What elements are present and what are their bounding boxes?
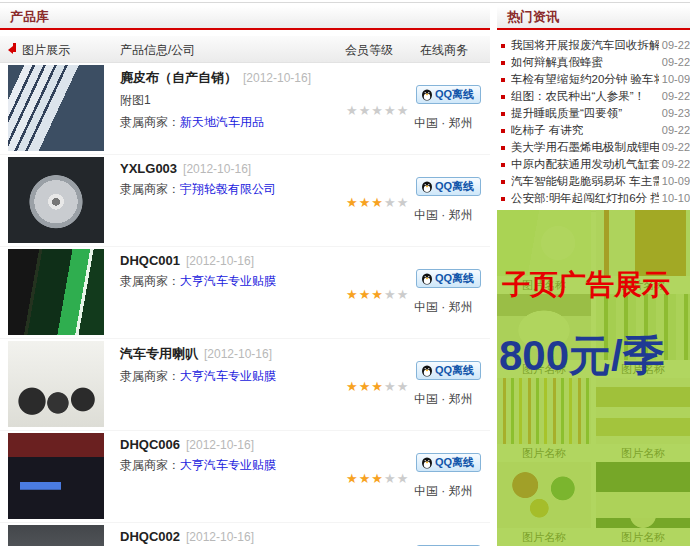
product-photo[interactable] <box>8 433 104 519</box>
qq-contact-button[interactable]: QQ离线 <box>416 177 481 196</box>
column-online-business: 在线商务 <box>420 42 468 59</box>
news-date: 09-22 <box>659 54 690 71</box>
merchant-label: 隶属商家： <box>120 182 180 196</box>
merchant-label: 隶属商家： <box>120 369 180 383</box>
list-item: 吃柿子 有讲究09-22 <box>497 122 690 139</box>
qq-contact-button[interactable]: QQ离线 <box>416 361 481 380</box>
bullet-icon <box>501 129 505 133</box>
product-attachment: 附图1 <box>120 92 340 109</box>
member-level-stars: ★★★★★ <box>346 287 409 302</box>
news-link[interactable]: 提升睡眠质量“四要领” <box>511 105 659 122</box>
product-date: [2012-10-16] <box>186 254 254 268</box>
ad-slogan: 子页广告展示 <box>502 266 670 304</box>
news-link[interactable]: 汽车智能钥匙脆弱易坏 车主需 <box>511 173 659 190</box>
product-info: YXLG003[2012-10-16] 隶属商家：宇翔轮毂有限公司 <box>120 161 340 198</box>
product-title[interactable]: DHQC006 <box>120 437 180 452</box>
ad-zone: 图片名称 图片名称 图片名称 图片名称 图片名称 图片名称 图片名称 图片名称 … <box>497 210 690 546</box>
news-link[interactable]: 组图：农民种出“人参果”！ <box>511 88 659 105</box>
news-date: 10-09 <box>659 71 690 88</box>
table-row: DHQC001[2012-10-16] 隶属商家：大亨汽车专业贴膜 ★★★★★ … <box>0 247 490 339</box>
list-item: 美大学用石墨烯电极制成锂电09-22 <box>497 139 690 156</box>
bullet-icon <box>501 95 505 99</box>
list-item: 提升睡眠质量“四要领”09-23 <box>497 105 690 122</box>
hot-news-title: 热门资讯 <box>497 6 690 30</box>
product-library-title: 产品库 <box>0 6 490 30</box>
product-location: 中国 · 郑州 <box>414 115 473 132</box>
merchant-link[interactable]: 大亨汽车专业贴膜 <box>180 274 276 288</box>
product-location: 中国 · 郑州 <box>414 299 473 316</box>
product-date: [2012-10-16] <box>243 71 311 85</box>
product-photo[interactable] <box>8 341 104 427</box>
product-location: 中国 · 郑州 <box>414 391 473 408</box>
news-link[interactable]: 公安部:明年起闯红灯扣6分 挡 <box>511 190 659 207</box>
news-link[interactable]: 吃柿子 有讲究 <box>511 122 659 139</box>
table-header: 图片展示 产品信息/公司 会员等级 在线商务 <box>0 36 490 63</box>
qq-penguin-icon <box>421 364 433 377</box>
bullet-icon <box>501 78 505 82</box>
list-item: 汽车智能钥匙脆弱易坏 车主需10-09 <box>497 173 690 190</box>
merchant-label: 隶属商家： <box>120 274 180 288</box>
merchant-link[interactable]: 大亨汽车专业贴膜 <box>180 458 276 472</box>
product-info: 麂皮布（自产自销）[2012-10-16] 附图1 隶属商家：新天地汽车用品 <box>120 69 340 131</box>
qq-status-label: QQ离线 <box>435 87 474 102</box>
news-list: 我国将开展报废汽车回收拆解09-22 如何辩解真假蜂蜜09-22 车检有望缩短约… <box>497 30 690 212</box>
news-link[interactable]: 我国将开展报废汽车回收拆解 <box>511 37 659 54</box>
qq-penguin-icon <box>421 88 433 101</box>
product-info: DHQC001[2012-10-16] 隶属商家：大亨汽车专业贴膜 <box>120 253 340 290</box>
product-info: DHQC002[2012-10-16] 隶属商家：大亨汽车专业贴膜 <box>120 529 340 546</box>
product-location: 中国 · 郑州 <box>414 207 473 224</box>
product-location: 中国 · 郑州 <box>414 483 473 500</box>
product-title[interactable]: YXLG003 <box>120 161 177 176</box>
list-item: 组图：农民种出“人参果”！09-22 <box>497 88 690 105</box>
product-title[interactable]: 麂皮布（自产自销） <box>120 70 237 85</box>
table-row: DHQC006[2012-10-16] 隶属商家：大亨汽车专业贴膜 ★★★★★ … <box>0 431 490 523</box>
qq-penguin-icon <box>421 272 433 285</box>
product-title[interactable]: DHQC001 <box>120 253 180 268</box>
ad-overlay: 子页广告展示 800元/季 <box>497 210 690 546</box>
product-date: [2012-10-16] <box>204 347 272 361</box>
ad-price: 800元/季 <box>499 328 665 384</box>
product-photo[interactable] <box>8 525 104 546</box>
qq-penguin-icon <box>421 180 433 193</box>
news-date: 09-22 <box>659 122 690 139</box>
bullet-icon <box>501 112 505 116</box>
column-member-level: 会员等级 <box>345 42 393 59</box>
product-title[interactable]: DHQC002 <box>120 529 180 544</box>
product-library-panel: 产品库 图片展示 产品信息/公司 会员等级 在线商务 麂皮布（自产自销）[201… <box>0 6 490 546</box>
news-link[interactable]: 如何辩解真假蜂蜜 <box>511 54 659 71</box>
qq-penguin-icon <box>421 456 433 469</box>
product-photo[interactable] <box>8 65 104 151</box>
list-item: 车检有望缩短约20分钟 验车将10-09 <box>497 71 690 88</box>
merchant-link[interactable]: 宇翔轮毂有限公司 <box>180 182 276 196</box>
qq-contact-button[interactable]: QQ离线 <box>416 269 481 288</box>
merchant-link[interactable]: 新天地汽车用品 <box>180 115 264 129</box>
member-level-stars: ★★★★★ <box>346 103 409 118</box>
qq-contact-button[interactable]: QQ离线 <box>416 85 481 104</box>
merchant-label: 隶属商家： <box>120 115 180 129</box>
table-row: YXLG003[2012-10-16] 隶属商家：宇翔轮毂有限公司 ★★★★★ … <box>0 155 490 247</box>
column-info: 产品信息/公司 <box>120 42 195 59</box>
news-date: 10-09 <box>659 173 690 190</box>
product-title[interactable]: 汽车专用喇叭 <box>120 346 198 361</box>
news-link[interactable]: 中原内配获通用发动机气缸套 <box>511 156 659 173</box>
news-date: 09-23 <box>659 105 690 122</box>
product-photo[interactable] <box>8 249 104 335</box>
news-link[interactable]: 美大学用石墨烯电极制成锂电 <box>511 139 659 156</box>
member-level-stars: ★★★★★ <box>346 379 409 394</box>
qq-status-label: QQ离线 <box>435 179 474 194</box>
qq-status-label: QQ离线 <box>435 363 474 378</box>
news-date: 10-10 <box>659 190 690 207</box>
list-item: 公安部:明年起闯红灯扣6分 挡10-10 <box>497 190 690 207</box>
product-photo[interactable] <box>8 157 104 243</box>
bullet-icon <box>501 61 505 65</box>
hot-news-panel: 热门资讯 我国将开展报废汽车回收拆解09-22 如何辩解真假蜂蜜09-22 车检… <box>497 6 690 212</box>
qq-status-label: QQ离线 <box>435 455 474 470</box>
product-date: [2012-10-16] <box>186 530 254 544</box>
product-info: 汽车专用喇叭[2012-10-16] 隶属商家：大亨汽车专业贴膜 <box>120 345 340 385</box>
bullet-icon <box>501 163 505 167</box>
merchant-link[interactable]: 大亨汽车专业贴膜 <box>180 369 276 383</box>
qq-contact-button[interactable]: QQ离线 <box>416 453 481 472</box>
product-rows: 麂皮布（自产自销）[2012-10-16] 附图1 隶属商家：新天地汽车用品 ★… <box>0 63 490 546</box>
news-link[interactable]: 车检有望缩短约20分钟 验车将 <box>511 71 659 88</box>
news-date: 09-22 <box>659 156 690 173</box>
